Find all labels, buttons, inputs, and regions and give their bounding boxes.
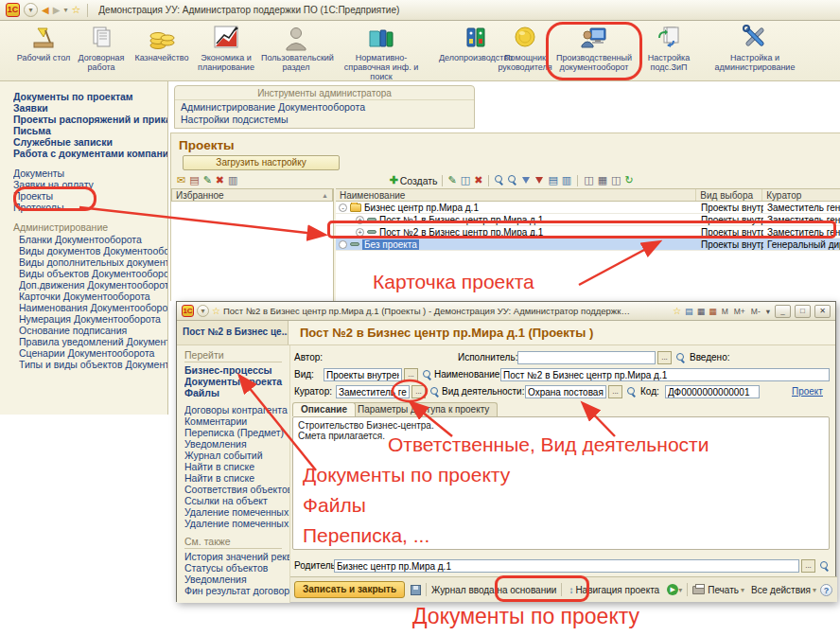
table-row[interactable]: -Бизнес центр пр.Мира д.1 Проекты внутре… — [336, 202, 840, 214]
kind-field[interactable] — [324, 368, 402, 381]
sidebar-item[interactable]: Типы и виды объектов Документообо... — [19, 359, 167, 370]
calculator-icon[interactable]: ▦ — [697, 307, 706, 316]
mem-plus-button[interactable]: M+ — [733, 307, 746, 316]
sidebar-item[interactable]: Основание подписания — [19, 325, 167, 336]
dialog-nav-item[interactable]: Соответствия объектов — [184, 484, 289, 495]
view-grid-icon[interactable]: ▦ — [598, 174, 607, 186]
maximize-button[interactable]: □ — [795, 305, 811, 318]
dialog-nav-item[interactable]: Переписка (Предмет) — [184, 427, 289, 438]
col-curator[interactable]: Куратор — [762, 189, 840, 201]
sidebar-item[interactable]: Служебные записки — [13, 136, 167, 148]
dialog-nav-item[interactable]: Комментарии — [184, 415, 289, 427]
sort-list-icon[interactable]: ▤ — [548, 174, 557, 186]
curator-search-icon[interactable] — [430, 387, 440, 398]
collapse-icon[interactable]: - — [339, 203, 347, 212]
sidebar-item[interactable]: Виды объектов Документооборота — [19, 268, 167, 279]
menu-button[interactable]: ▾ — [197, 305, 209, 317]
find-next-icon[interactable] — [508, 175, 517, 186]
sidebar-item[interactable]: Правила уведомлений Документообор... — [19, 336, 167, 347]
back-icon[interactable]: ◀ — [42, 3, 49, 17]
load-settings-button[interactable]: Загрузить настройку — [183, 155, 340, 170]
sidebar-item[interactable]: Работа с документами компании — [13, 148, 167, 159]
section-desktop[interactable]: Рабочий стол — [15, 24, 72, 79]
project-link[interactable]: Проект — [792, 386, 823, 397]
section-economics[interactable]: Экономика и планирование — [193, 24, 259, 79]
dialog-nav-item[interactable]: Договоры контрагента уп... — [184, 404, 289, 415]
executor-select-button[interactable]: ... — [657, 351, 672, 364]
sidebar-item[interactable]: Виды документов Документооборота — [19, 245, 167, 256]
favorites-star-icon[interactable]: ☆ — [212, 306, 220, 316]
section-production-docflow[interactable]: Производственный документооборот — [551, 24, 638, 79]
dialog-nav-item[interactable]: Найти в списке — [184, 461, 289, 472]
dialog-nav-item[interactable]: Журнал событий — [184, 450, 289, 461]
sort-asc-icon[interactable]: ▲ — [322, 189, 328, 201]
parent-field[interactable] — [334, 559, 799, 573]
favorites-star-icon[interactable]: ☆ — [71, 4, 80, 16]
dialog-nav-item[interactable]: Уведомления — [184, 574, 289, 585]
print-dropdown-icon[interactable]: ▾ — [741, 586, 744, 594]
section-settings-zip[interactable]: Настройка подс.ЗиП — [641, 24, 696, 79]
journal-button[interactable]: Журнал ввода на основании — [431, 585, 556, 595]
minimize-button[interactable]: _ — [775, 305, 791, 318]
dialog-nav-item[interactable]: Статусы объектов — [184, 562, 289, 574]
page-icon[interactable]: ▤ — [685, 307, 693, 316]
sidebar-item[interactable]: Проекты — [13, 190, 167, 202]
view-split-icon[interactable]: ◫ — [611, 174, 621, 186]
calendar-icon[interactable]: ▦ — [709, 307, 717, 316]
sidebar-item[interactable]: Сценарии Документооборота — [19, 347, 167, 359]
section-treasury[interactable]: Казначейство — [132, 24, 191, 79]
create-button[interactable]: ✚ Создать — [389, 174, 437, 186]
mem-minus-button[interactable]: M- — [750, 307, 761, 316]
save-close-button[interactable]: Записать и закрыть — [294, 581, 405, 598]
find-icon[interactable] — [495, 175, 504, 186]
dialog-nav-item[interactable]: Ссылки на объект — [184, 495, 289, 506]
activity-search-icon[interactable] — [627, 387, 637, 398]
section-assistant[interactable]: Помощник руководителя — [492, 24, 558, 79]
sidebar-item[interactable]: Протоколы — [13, 202, 167, 213]
dialog-nav-item[interactable]: Документы проекта — [184, 376, 289, 387]
play-icon[interactable]: ▶ — [667, 584, 678, 595]
mail-icon[interactable]: ✉ — [177, 174, 185, 186]
kind-search-icon[interactable] — [423, 370, 432, 380]
kind-select-button[interactable]: ... — [404, 368, 418, 381]
dialog-nav-item[interactable]: Найти в списке — [184, 472, 289, 484]
sidebar-item[interactable]: Нумерация Документооборота — [19, 313, 167, 325]
clear-filter-icon[interactable] — [535, 177, 543, 184]
edit-check-icon[interactable]: ✎ — [203, 174, 212, 186]
edit-icon[interactable]: ✎ — [448, 174, 457, 186]
section-user[interactable]: Пользовательский раздел — [261, 24, 331, 79]
copy-icon[interactable]: ◫ — [461, 174, 470, 186]
executor-field[interactable] — [517, 351, 656, 364]
filter-icon[interactable] — [522, 177, 530, 184]
printer-icon[interactable] — [692, 586, 705, 594]
name-field[interactable] — [500, 368, 830, 381]
activity-field[interactable] — [525, 385, 606, 398]
sidebar-item[interactable]: Заявки — [13, 102, 167, 114]
section-reference-search[interactable]: Нормативно-справочная инф. и поиск — [333, 24, 429, 79]
sidebar-item[interactable]: Виды дополнительных документов — [19, 256, 167, 268]
dialog-nav-item[interactable]: Уведомления — [184, 438, 289, 450]
close-button[interactable]: ✕ — [814, 305, 831, 318]
delete-mark-icon[interactable]: ✖ — [216, 174, 224, 186]
all-actions-dropdown-icon[interactable]: ▾ — [813, 586, 816, 594]
mem-button[interactable]: M — [721, 307, 729, 316]
project-navigation-button[interactable]: Навигация проекта — [575, 585, 659, 595]
history-dropdown-icon[interactable]: ▾ — [63, 6, 67, 14]
expand-icon[interactable]: + — [356, 216, 364, 224]
sidebar-item[interactable]: Карточки Документооборота — [19, 291, 167, 302]
view-panel-icon[interactable]: ◫ — [584, 174, 593, 186]
table-row[interactable]: +Пост №1 в Бизнес центр пр.Мира д.1 Прое… — [336, 214, 840, 226]
tab-access-params[interactable]: Параметры доступа к проекту — [349, 402, 498, 416]
print-button[interactable]: Печать — [708, 585, 739, 595]
sidebar-item[interactable]: Заявки на оплату — [13, 179, 167, 190]
more-dropdown-icon[interactable]: ▾ — [765, 307, 771, 316]
refresh-icon[interactable]: ↻ — [624, 174, 633, 186]
description-field[interactable]: Строительство Бизнес-центра. Смета прила… — [292, 416, 830, 550]
group-list-icon[interactable]: ▥ — [562, 174, 571, 186]
sidebar-item[interactable]: Письма — [13, 125, 167, 136]
sidebar-item[interactable]: Документы по проектам — [13, 91, 167, 102]
curator-field[interactable] — [336, 385, 410, 398]
activity-select-button[interactable]: ... — [608, 385, 622, 398]
dialog-nav-item[interactable]: История значений реквиз... — [184, 551, 289, 562]
sidebar-item[interactable]: Бланки Документооборота — [19, 234, 167, 245]
